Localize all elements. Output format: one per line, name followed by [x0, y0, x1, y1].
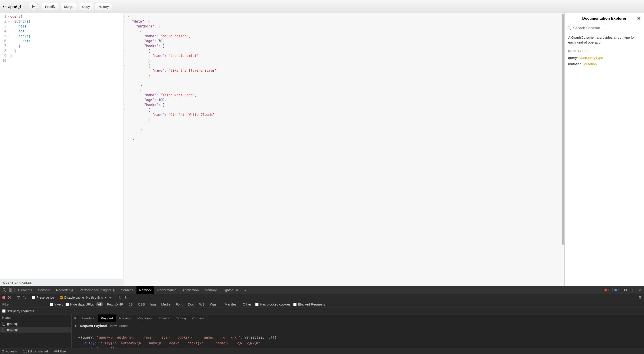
tab-sources[interactable]: Sources [118, 286, 136, 294]
history-button[interactable]: History [95, 3, 112, 10]
filter-all[interactable]: All [96, 302, 103, 306]
dtab-response[interactable]: Response [134, 315, 156, 322]
payload-body: ▼ Request Payload view source ▼{query: "… [72, 322, 644, 348]
filter-ws[interactable]: WS [198, 302, 206, 306]
blocked-requests-checkbox[interactable]: Blocked Requests [293, 302, 325, 306]
third-party-checkbox[interactable]: 3rd-party requests [2, 309, 34, 313]
network-status-bar: 2 requests| 1.0 kB transferred| 491 B re [0, 348, 644, 354]
filter-icon[interactable] [17, 296, 20, 299]
svg-point-7 [23, 296, 25, 298]
beta-icon [71, 289, 74, 292]
message-badge[interactable]: 1 [612, 288, 621, 292]
dtab-payload[interactable]: Payload [98, 315, 116, 322]
request-list: Name graphql graphql [0, 315, 72, 348]
tab-memory[interactable]: Memory [202, 286, 220, 294]
filter-img[interactable]: Img [149, 302, 157, 306]
dtab-headers[interactable]: Headers [79, 315, 98, 322]
close-detail-icon[interactable]: × [72, 316, 79, 320]
query-editor[interactable]: 1 2 3 4 5 6 7 8 9 10 ▾▾▾ query{ authors{… [0, 13, 123, 279]
network-filter-input[interactable] [2, 302, 47, 306]
svg-line-1 [570, 29, 571, 30]
invert-checkbox[interactable]: Invert [50, 302, 63, 306]
dtab-preview[interactable]: Preview [116, 315, 134, 322]
preserve-log-checkbox[interactable]: Preserve log [32, 296, 54, 299]
docs-explorer: Documentation Explorer ✕ A GraphQL schem… [564, 13, 644, 286]
graphiql-logo: GraphiQL [3, 3, 22, 9]
file-icon [2, 328, 5, 332]
beta-icon [112, 289, 115, 292]
disclosure-triangle-icon[interactable]: ▼ [78, 336, 80, 339]
tab-elements[interactable]: Elements [16, 286, 35, 294]
record-button[interactable] [2, 296, 5, 299]
view-source-link[interactable]: view source [110, 324, 128, 328]
dtab-cookies[interactable]: Cookies [189, 315, 207, 322]
kebab-icon[interactable]: ⋮ [630, 287, 636, 293]
result-fold-gutter[interactable]: ▾▾▾▾▾▾▾▾▾▾ [124, 13, 126, 286]
dtab-initiator[interactable]: Initiator [156, 315, 173, 322]
filter-js[interactable]: JS [127, 302, 134, 306]
search-icon [567, 26, 571, 30]
error-badge[interactable]: 3 [603, 288, 611, 292]
settings-icon[interactable] [622, 287, 628, 293]
filter-other[interactable]: Other [241, 302, 252, 306]
file-icon [2, 322, 5, 326]
network-conditions-icon[interactable] [109, 296, 112, 299]
docs-field-query[interactable]: query: RootQueryType [568, 56, 640, 60]
filter-wasm[interactable]: Wasm [209, 302, 221, 306]
copy-button[interactable]: Copy [79, 3, 93, 10]
prettify-button[interactable]: Prettify [42, 3, 59, 10]
throttling-select[interactable]: No throttling ▼ [86, 296, 107, 299]
network-settings-icon[interactable] [638, 296, 642, 299]
result-pane[interactable]: ▾▾▾▾▾▾▾▾▾▾ { "data": { "authors": [ { "n… [124, 13, 564, 286]
svg-rect-3 [9, 289, 11, 292]
disclosure-triangle-icon[interactable]: ▼ [74, 325, 77, 327]
play-icon [32, 4, 35, 8]
docs-field-mutation[interactable]: mutation: Mutation [568, 62, 640, 66]
filter-doc[interactable]: Doc [186, 302, 195, 306]
svg-line-6 [8, 297, 10, 298]
svg-point-0 [568, 26, 570, 29]
search-network-icon[interactable] [22, 296, 26, 299]
filter-xhr[interactable]: Fetch/XHR [106, 302, 124, 306]
graphiql-toolbar: GraphiQL Prettify Merge Copy History [0, 0, 644, 13]
network-toolbar: Preserve log Disable cache No throttling… [0, 294, 644, 301]
upload-har-icon[interactable] [118, 296, 122, 299]
dtab-timing[interactable]: Timing [173, 315, 189, 322]
docs-search-input[interactable] [573, 26, 641, 30]
fold-gutter[interactable]: ▾▾▾ [8, 14, 10, 279]
filter-manifest[interactable]: Manifest [224, 302, 239, 306]
svg-line-8 [25, 298, 26, 299]
docs-close-icon[interactable]: ✕ [637, 16, 641, 21]
result-scrollbar[interactable] [562, 14, 564, 286]
tab-perf-insights[interactable]: Performance insights [77, 286, 118, 294]
docs-section-header: ROOT TYPES [568, 50, 640, 53]
tab-lighthouse[interactable]: Lighthouse [220, 286, 242, 294]
filter-font[interactable]: Font [174, 302, 184, 306]
request-list-header[interactable]: Name [0, 315, 71, 321]
device-toggle-icon[interactable] [8, 287, 14, 293]
tab-recorder[interactable]: Recorder [54, 286, 77, 294]
tab-performance[interactable]: Performance [154, 286, 179, 294]
svg-point-9 [110, 299, 111, 299]
tab-console[interactable]: Console [35, 286, 53, 294]
blocked-cookies-checkbox[interactable]: Has blocked cookies [255, 302, 291, 306]
clear-icon[interactable] [8, 296, 11, 299]
disable-cache-checkbox[interactable]: Disable cache [60, 296, 84, 299]
hide-data-urls-checkbox[interactable]: Hide data URLs [66, 302, 94, 306]
message-icon [614, 289, 617, 292]
close-devtools-icon[interactable]: ✕ [637, 287, 643, 293]
request-row[interactable]: graphql [0, 327, 71, 333]
tabs-overflow-icon[interactable]: » [242, 287, 248, 293]
inspect-icon[interactable] [1, 287, 7, 293]
docs-description: A GraphQL schema provides a root type fo… [568, 35, 640, 45]
execute-button[interactable] [29, 2, 38, 11]
request-row[interactable]: graphql [0, 321, 71, 327]
filter-css[interactable]: CSS [137, 302, 146, 306]
merge-button[interactable]: Merge [60, 3, 77, 10]
query-variables-header[interactable]: QUERY VARIABLES [0, 279, 123, 286]
devtools-tabbar: Elements Console Recorder Performance in… [0, 286, 644, 294]
download-har-icon[interactable] [124, 296, 128, 299]
filter-media[interactable]: Media [160, 302, 172, 306]
tab-network[interactable]: Network [136, 286, 154, 294]
tab-application[interactable]: Application [180, 286, 201, 294]
